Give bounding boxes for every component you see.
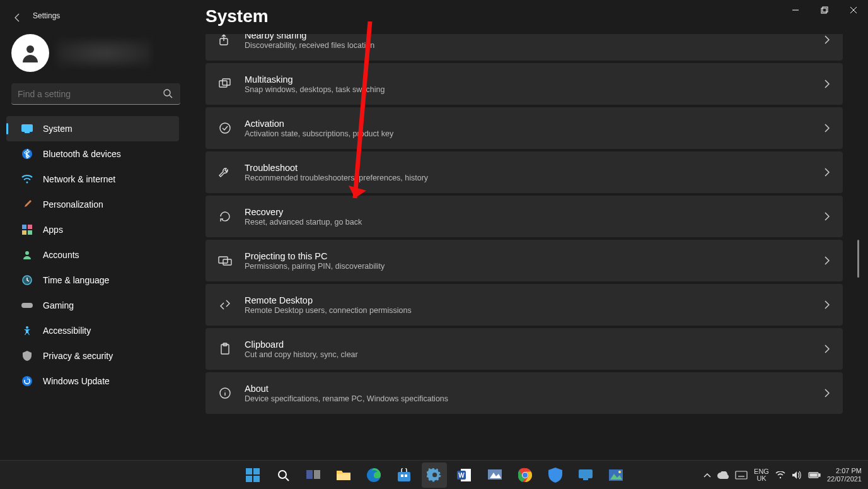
shield-icon: [21, 350, 33, 362]
tray-keyboard-icon[interactable]: [735, 471, 748, 480]
tray-clock[interactable]: 2:07 PM22/07/2021: [827, 467, 862, 483]
taskbar-search[interactable]: [270, 462, 296, 488]
svg-point-6: [164, 90, 170, 96]
card-title: Multitasking: [245, 74, 824, 85]
svg-line-39: [286, 478, 289, 481]
svg-rect-40: [306, 470, 313, 479]
gamepad-icon: [21, 300, 33, 311]
clock-icon: [21, 274, 33, 286]
remote-icon: [218, 298, 232, 312]
search-box[interactable]: [11, 83, 180, 105]
sidebar-item-label: Windows Update: [43, 376, 110, 386]
taskbar-store[interactable]: [391, 462, 417, 488]
svg-rect-46: [405, 474, 407, 477]
card-recovery[interactable]: RecoveryReset, advanced startup, go back: [205, 196, 843, 237]
sidebar-item-label: Bluetooth & devices: [43, 149, 121, 159]
svg-rect-15: [28, 230, 32, 235]
card-nearby-sharing[interactable]: Nearby sharingDiscoverability, received …: [205, 34, 843, 61]
main-content: System Nearby sharingDiscoverability, re…: [205, 6, 862, 464]
card-subtitle: Discoverability, received files location: [245, 41, 824, 50]
svg-rect-68: [819, 474, 820, 476]
sidebar-item-apps[interactable]: Apps: [6, 217, 179, 242]
svg-rect-45: [401, 474, 403, 477]
svg-rect-56: [583, 478, 588, 480]
sidebar-item-label: System: [43, 124, 72, 134]
card-subtitle: Device specifications, rename PC, Window…: [245, 394, 824, 403]
svg-point-59: [618, 471, 621, 473]
taskbar-quickassist[interactable]: [573, 462, 598, 488]
card-multitasking[interactable]: MultitaskingSnap windows, desktops, task…: [205, 63, 843, 105]
project-icon: [218, 254, 232, 268]
svg-rect-69: [810, 474, 817, 476]
card-title: Recovery: [245, 207, 824, 217]
tray-chevron-up-icon[interactable]: [703, 472, 711, 478]
card-troubleshoot[interactable]: TroubleshootRecommended troubleshooters,…: [205, 151, 843, 193]
taskbar-photos[interactable]: [603, 462, 628, 488]
tray-battery-icon[interactable]: [808, 471, 821, 479]
multitask-icon: [218, 77, 232, 91]
tray-onedrive-icon[interactable]: [717, 471, 729, 479]
chevron-right-icon: [824, 300, 830, 309]
chevron-right-icon: [824, 212, 830, 221]
chevron-right-icon: [824, 80, 830, 88]
sidebar-item-network[interactable]: Network & internet: [6, 167, 179, 192]
card-projecting[interactable]: Projecting to this PCPermissions, pairin…: [205, 240, 843, 281]
user-profile[interactable]: [11, 34, 189, 72]
scrollbar-thumb[interactable]: [857, 240, 859, 278]
sidebar-item-windows-update[interactable]: Windows Update: [6, 368, 179, 394]
sidebar-item-privacy[interactable]: Privacy & security: [6, 343, 179, 368]
card-remote-desktop[interactable]: Remote DesktopRemote Desktop users, conn…: [205, 284, 843, 326]
info-icon: [218, 386, 232, 400]
clipboard-icon: [218, 342, 232, 356]
sidebar-item-accounts[interactable]: Accounts: [6, 242, 179, 268]
card-subtitle: Snap windows, desktops, task switching: [245, 85, 824, 94]
taskbar-edge[interactable]: [361, 462, 386, 488]
chevron-right-icon: [824, 345, 830, 353]
taskbar-taskview[interactable]: [301, 462, 326, 488]
taskbar-word[interactable]: W: [452, 462, 477, 488]
taskbar-snip[interactable]: [482, 462, 507, 488]
sidebar-item-label: Network & internet: [43, 174, 115, 184]
start-button[interactable]: [240, 462, 265, 488]
svg-rect-23: [223, 79, 230, 85]
svg-point-5: [26, 45, 34, 53]
svg-point-19: [26, 326, 28, 329]
taskbar: W ENGUK 2:07 PM22/07/2021: [0, 460, 868, 489]
sidebar-item-personalization[interactable]: Personalization: [6, 192, 179, 217]
svg-rect-9: [25, 132, 30, 133]
search-input[interactable]: [11, 83, 180, 105]
sidebar-item-time-language[interactable]: Time & language: [6, 268, 179, 293]
card-title: Nearby sharing: [245, 34, 824, 40]
chevron-right-icon: [824, 256, 830, 265]
card-clipboard[interactable]: ClipboardCut and copy history, sync, cle…: [205, 328, 843, 370]
sidebar-item-gaming[interactable]: Gaming: [6, 293, 179, 318]
tray-volume-icon[interactable]: [792, 471, 802, 480]
card-title: Clipboard: [245, 339, 824, 350]
card-about[interactable]: AboutDevice specifications, rename PC, W…: [205, 372, 843, 414]
sidebar-item-accessibility[interactable]: Accessibility: [6, 318, 179, 343]
card-title: Remote Desktop: [245, 295, 824, 305]
tray-language[interactable]: ENGUK: [754, 468, 769, 482]
svg-rect-13: [28, 225, 32, 229]
taskbar-chrome[interactable]: [512, 462, 538, 488]
app-title: Settings: [33, 11, 60, 20]
taskbar-explorer[interactable]: [331, 462, 356, 488]
share-icon: [218, 34, 232, 47]
sidebar-item-system[interactable]: System: [6, 116, 179, 141]
card-title: Activation: [245, 119, 824, 129]
taskbar-settings[interactable]: [422, 462, 447, 488]
svg-rect-14: [22, 230, 26, 235]
svg-point-38: [279, 471, 286, 478]
svg-rect-18: [21, 303, 33, 308]
card-activation[interactable]: ActivationActivation state, subscription…: [205, 107, 843, 149]
chevron-right-icon: [824, 389, 830, 398]
recovery-icon: [218, 209, 232, 223]
sidebar-item-bluetooth[interactable]: Bluetooth & devices: [6, 141, 179, 167]
tray-wifi-icon[interactable]: [775, 471, 785, 479]
back-button[interactable]: [11, 11, 24, 24]
card-subtitle: Recommended troubleshooters, preferences…: [245, 174, 824, 182]
accessibility-icon: [21, 325, 33, 336]
taskbar-defender[interactable]: [543, 462, 568, 488]
person-icon: [21, 249, 33, 261]
svg-point-16: [25, 251, 29, 255]
